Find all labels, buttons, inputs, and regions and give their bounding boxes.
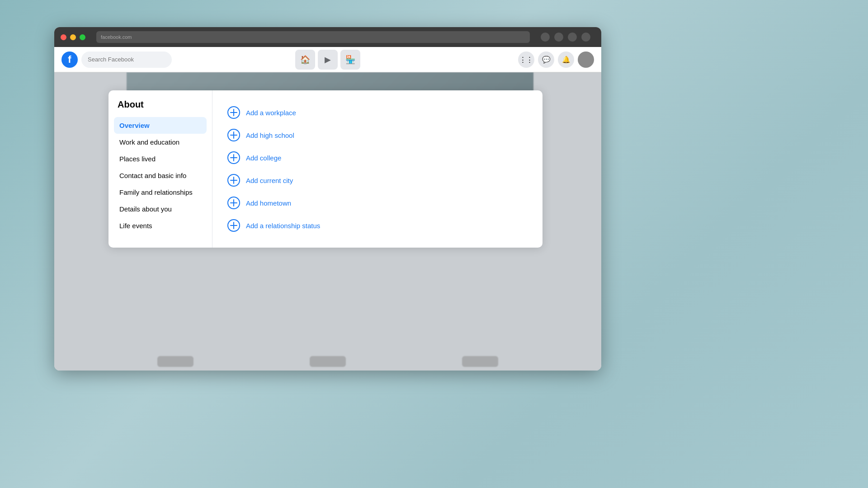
nav-icon-2 bbox=[554, 33, 563, 42]
search-input[interactable] bbox=[81, 52, 172, 68]
sidebar-item-life-events[interactable]: Life events bbox=[114, 217, 207, 234]
menu-icon[interactable]: ⋮⋮ bbox=[518, 52, 534, 68]
add-hometown-label: Add hometown bbox=[246, 199, 291, 207]
bottom-bar bbox=[54, 352, 601, 371]
add-relationship-status-icon bbox=[227, 219, 241, 232]
add-high-school-icon bbox=[227, 128, 241, 142]
add-workplace-row[interactable]: Add a workplace bbox=[225, 101, 530, 124]
marketplace-icon[interactable]: 🏪 bbox=[340, 50, 360, 70]
home-icon[interactable]: 🏠 bbox=[295, 50, 315, 70]
user-avatar[interactable] bbox=[578, 52, 594, 68]
sidebar-item-details-about-you[interactable]: Details about you bbox=[114, 201, 207, 217]
page-content: About OverviewWork and educationPlaces l… bbox=[54, 72, 601, 371]
browser-window: facebook.com f 🏠 ▶ 🏪 ⋮⋮ 💬 🔔 bbox=[54, 27, 601, 371]
nav-icon-3 bbox=[568, 33, 577, 42]
add-items-list: Add a workplace Add high school Add coll… bbox=[225, 101, 530, 237]
about-modal: About OverviewWork and educationPlaces l… bbox=[108, 90, 542, 248]
add-relationship-status-row[interactable]: Add a relationship status bbox=[225, 214, 530, 237]
sidebar-item-places-lived[interactable]: Places lived bbox=[114, 150, 207, 167]
facebook-logo: f bbox=[61, 52, 78, 68]
watch-icon[interactable]: ▶ bbox=[318, 50, 338, 70]
add-hometown-icon bbox=[227, 196, 241, 210]
bottom-btn-2 bbox=[310, 356, 346, 367]
messenger-icon[interactable]: 💬 bbox=[538, 52, 554, 68]
add-workplace-label: Add a workplace bbox=[246, 109, 296, 117]
url-text: facebook.com bbox=[101, 34, 132, 40]
add-high-school-label: Add high school bbox=[246, 131, 294, 139]
add-high-school-row[interactable]: Add high school bbox=[225, 124, 530, 146]
sidebar-item-work-education[interactable]: Work and education bbox=[114, 134, 207, 150]
nav-icon-4 bbox=[581, 33, 590, 42]
minimize-btn[interactable] bbox=[70, 34, 76, 40]
sidebar-item-family-relationships[interactable]: Family and relationships bbox=[114, 184, 207, 201]
add-college-label: Add college bbox=[246, 154, 281, 162]
notifications-icon[interactable]: 🔔 bbox=[558, 52, 574, 68]
add-college-icon bbox=[227, 151, 241, 164]
fb-right-nav: ⋮⋮ 💬 🔔 bbox=[518, 52, 594, 68]
add-current-city-icon bbox=[227, 174, 241, 187]
sidebar-item-contact-basic-info[interactable]: Contact and basic info bbox=[114, 167, 207, 184]
about-content: Add a workplace Add high school Add coll… bbox=[212, 90, 542, 248]
add-current-city-label: Add current city bbox=[246, 177, 293, 184]
fb-center-nav: 🏠 ▶ 🏪 bbox=[295, 50, 360, 70]
add-workplace-icon bbox=[227, 106, 241, 119]
add-relationship-status-label: Add a relationship status bbox=[246, 222, 320, 230]
sidebar-item-overview[interactable]: Overview bbox=[114, 117, 207, 134]
about-title: About bbox=[114, 99, 207, 117]
bottom-btn-3 bbox=[462, 356, 498, 367]
add-hometown-row[interactable]: Add hometown bbox=[225, 192, 530, 214]
maximize-btn[interactable] bbox=[80, 34, 85, 40]
bottom-btn-1 bbox=[157, 356, 193, 367]
url-bar[interactable]: facebook.com bbox=[96, 31, 530, 43]
facebook-navbar: f 🏠 ▶ 🏪 ⋮⋮ 💬 🔔 bbox=[54, 47, 601, 72]
close-btn[interactable] bbox=[61, 34, 66, 40]
add-college-row[interactable]: Add college bbox=[225, 146, 530, 169]
browser-topbar: facebook.com bbox=[54, 27, 601, 47]
sidebar-items-list: OverviewWork and educationPlaces livedCo… bbox=[114, 117, 207, 234]
nav-icon-1 bbox=[541, 33, 550, 42]
browser-nav-icons bbox=[541, 33, 590, 42]
add-current-city-row[interactable]: Add current city bbox=[225, 169, 530, 192]
about-sidebar: About OverviewWork and educationPlaces l… bbox=[108, 90, 212, 248]
